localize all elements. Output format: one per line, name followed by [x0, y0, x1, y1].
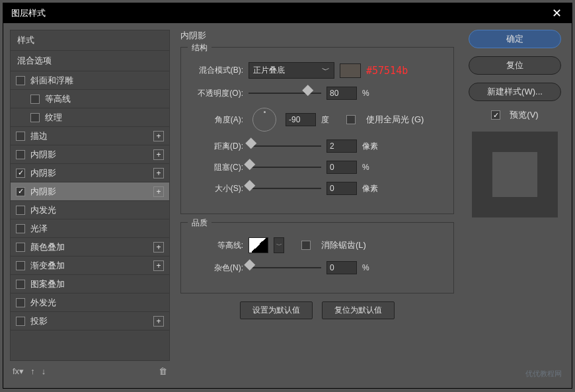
style-label: 内阴影 — [30, 149, 56, 161]
close-icon: ✕ — [552, 6, 562, 20]
distance-unit: 像素 — [362, 141, 382, 152]
noise-label: 杂色(N): — [190, 262, 243, 274]
dialog-title: 图层样式 — [11, 7, 46, 19]
preview-checkbox[interactable] — [491, 110, 500, 120]
chevron-down-icon: ﹀ — [322, 65, 330, 76]
color-swatch[interactable] — [340, 63, 361, 78]
style-item[interactable]: 颜色叠加+ — [11, 238, 169, 256]
contour-dropdown[interactable]: ﹀ — [274, 237, 284, 253]
style-item[interactable]: 外发光 — [11, 294, 169, 312]
make-default-button[interactable]: 设置为默认值 — [240, 301, 313, 319]
style-checkbox[interactable] — [16, 261, 25, 270]
angle-input[interactable] — [286, 113, 316, 126]
noise-input[interactable] — [326, 261, 357, 274]
style-item[interactable]: 斜面和浮雕 — [11, 71, 169, 90]
style-label: 图案叠加 — [30, 278, 65, 290]
style-item[interactable]: 描边+ — [11, 127, 169, 145]
quality-fieldset: 品质 等高线: ﹀ 消除锯齿(L) 杂色(N): % — [180, 222, 454, 294]
blend-mode-label: 混合模式(B): — [190, 65, 243, 76]
opacity-slider[interactable] — [249, 93, 321, 94]
add-effect-icon[interactable]: + — [153, 168, 164, 178]
global-light-label: 使用全局光 (G) — [366, 114, 424, 126]
add-effect-icon[interactable]: + — [153, 131, 164, 141]
style-label: 纹理 — [45, 112, 62, 124]
style-label: 投影 — [30, 315, 48, 327]
style-label: 渐变叠加 — [30, 260, 65, 272]
close-button[interactable]: ✕ — [547, 3, 566, 23]
style-item[interactable]: 投影+ — [11, 312, 169, 331]
move-down-icon[interactable]: ↓ — [42, 366, 46, 376]
style-label: 内发光 — [30, 204, 56, 216]
style-checkbox[interactable] — [16, 132, 25, 141]
antialias-label: 消除锯齿(L) — [321, 239, 366, 251]
opacity-unit: % — [362, 89, 382, 98]
style-item[interactable]: 内阴影+ — [11, 182, 169, 201]
main-panel: 内阴影 结构 混合模式(B): 正片叠底 ﹀ #57514b 不透明度(O): — [175, 30, 459, 381]
style-checkbox[interactable] — [16, 169, 25, 178]
style-item[interactable]: 内阴影+ — [11, 164, 169, 182]
angle-label: 角度(A): — [190, 114, 243, 126]
contour-swatch[interactable] — [249, 237, 268, 253]
global-light-checkbox[interactable] — [346, 115, 356, 124]
add-effect-icon[interactable]: + — [153, 149, 164, 160]
style-label: 内阴影 — [30, 167, 56, 179]
add-effect-icon[interactable]: + — [153, 316, 164, 327]
right-panel: 确定 复位 新建样式(W)... 预览(V) — [465, 30, 565, 381]
style-checkbox[interactable] — [16, 280, 25, 289]
style-label: 外发光 — [30, 297, 56, 309]
style-item[interactable]: 等高线 — [11, 90, 169, 108]
add-effect-icon[interactable]: + — [153, 186, 164, 197]
contour-label: 等高线: — [190, 240, 243, 251]
color-hex-annotation: #57514b — [366, 65, 408, 77]
reset-default-button[interactable]: 复位为默认值 — [322, 301, 395, 319]
angle-dial[interactable] — [252, 108, 276, 132]
styles-header[interactable]: 样式 — [11, 30, 169, 51]
style-item[interactable]: 内发光 — [11, 201, 169, 219]
choke-input[interactable] — [326, 161, 357, 174]
style-item[interactable]: 光泽 — [11, 219, 169, 238]
noise-unit: % — [362, 263, 382, 272]
preview-box — [472, 132, 558, 217]
preview-swatch — [492, 152, 537, 197]
style-checkbox[interactable] — [16, 206, 25, 215]
style-checkbox[interactable] — [16, 298, 25, 307]
style-checkbox[interactable] — [16, 243, 25, 252]
style-checkbox[interactable] — [16, 187, 25, 196]
trash-icon[interactable]: 🗑 — [159, 366, 167, 376]
antialias-checkbox[interactable] — [301, 241, 311, 250]
style-item[interactable]: 渐变叠加+ — [11, 256, 169, 275]
size-label: 大小(S): — [190, 183, 243, 194]
style-checkbox[interactable] — [16, 317, 25, 326]
style-checkbox[interactable] — [16, 150, 25, 159]
cancel-button[interactable]: 复位 — [469, 56, 561, 75]
choke-label: 阻塞(C): — [190, 162, 243, 173]
fx-menu-icon[interactable]: fx▾ — [13, 366, 24, 376]
size-slider[interactable] — [249, 188, 321, 189]
distance-slider[interactable] — [249, 145, 321, 147]
choke-unit: % — [362, 163, 382, 172]
blend-mode-select[interactable]: 正片叠底 ﹀ — [249, 62, 334, 79]
blend-options-header[interactable]: 混合选项 — [11, 51, 169, 71]
style-checkbox[interactable] — [30, 113, 40, 122]
ok-button[interactable]: 确定 — [469, 30, 561, 48]
panel-title: 内阴影 — [180, 30, 454, 42]
style-item[interactable]: 图案叠加 — [11, 275, 169, 294]
choke-slider[interactable] — [249, 167, 321, 168]
move-up-icon[interactable]: ↑ — [30, 366, 35, 376]
sidebar: 样式 混合选项 斜面和浮雕等高线纹理描边+内阴影+内阴影+内阴影+内发光光泽颜色… — [10, 30, 170, 381]
style-checkbox[interactable] — [16, 76, 25, 85]
style-item[interactable]: 纹理 — [11, 108, 169, 127]
add-effect-icon[interactable]: + — [153, 260, 164, 271]
style-label: 等高线 — [45, 93, 71, 105]
distance-input[interactable] — [326, 139, 357, 153]
noise-slider[interactable] — [249, 267, 321, 268]
opacity-input[interactable] — [326, 87, 357, 100]
size-input[interactable] — [326, 182, 357, 195]
style-checkbox[interactable] — [16, 224, 25, 233]
size-unit: 像素 — [362, 183, 382, 194]
style-item[interactable]: 内阴影+ — [11, 145, 169, 164]
style-checkbox[interactable] — [30, 95, 40, 104]
preview-label: 预览(V) — [510, 109, 538, 121]
add-effect-icon[interactable]: + — [153, 242, 164, 253]
new-style-button[interactable]: 新建样式(W)... — [469, 83, 561, 101]
